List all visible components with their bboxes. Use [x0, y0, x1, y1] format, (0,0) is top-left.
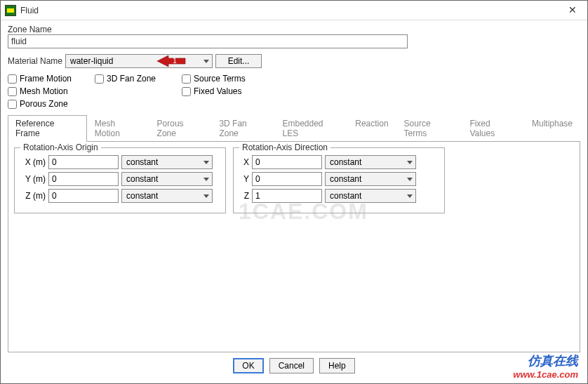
- button-bar: OK Cancel Help: [8, 352, 580, 380]
- porous-zone-checkbox[interactable]: Porous Zone: [8, 99, 92, 109]
- origin-y-input[interactable]: [48, 172, 119, 186]
- chevron-down-icon: [203, 178, 209, 181]
- origin-z-input[interactable]: [48, 189, 119, 203]
- edit-material-button[interactable]: Edit...: [215, 54, 262, 68]
- direction-y-mode[interactable]: constant: [325, 172, 416, 186]
- origin-legend: Rotation-Axis Origin: [20, 143, 101, 152]
- tab-fixed-values[interactable]: Fixed Values: [462, 115, 524, 142]
- tab-porous-zone[interactable]: Porous Zone: [149, 115, 212, 142]
- origin-x-input[interactable]: [48, 155, 119, 169]
- zone-name-label: Zone Name: [8, 25, 580, 34]
- ok-button[interactable]: OK: [233, 358, 263, 373]
- svg-text:1: 1: [173, 57, 177, 65]
- tab-strip: Reference Frame Mesh Motion Porous Zone …: [8, 114, 580, 142]
- client-area: Zone Name Material Name water-liquid 1 E…: [1, 20, 587, 383]
- material-dropdown[interactable]: water-liquid 1: [65, 54, 213, 68]
- origin-y-label: Y (m): [22, 174, 46, 184]
- annotation-marker: 1: [157, 54, 188, 68]
- origin-z-mode[interactable]: constant: [121, 189, 213, 203]
- chevron-down-icon: [407, 194, 413, 198]
- tab-3d-fan-zone[interactable]: 3D Fan Zone: [211, 115, 274, 142]
- origin-x-label: X (m): [22, 157, 46, 167]
- direction-z-mode[interactable]: constant: [325, 189, 416, 203]
- mesh-motion-checkbox[interactable]: Mesh Motion: [8, 86, 92, 96]
- tab-reference-frame[interactable]: Reference Frame: [8, 115, 87, 142]
- tab-multiphase[interactable]: Multiphase: [524, 115, 580, 142]
- origin-y-mode[interactable]: constant: [121, 172, 213, 186]
- app-icon: [5, 5, 16, 16]
- chevron-down-icon: [203, 161, 209, 164]
- source-terms-checkbox[interactable]: Source Terms: [182, 74, 280, 84]
- chevron-down-icon: [203, 60, 209, 63]
- fixed-values-checkbox[interactable]: Fixed Values: [182, 86, 280, 96]
- frame-motion-checkbox[interactable]: Frame Motion: [8, 74, 92, 84]
- direction-legend: Rotation-Axis Direction: [239, 143, 330, 152]
- fan-zone-checkbox[interactable]: 3D Fan Zone: [95, 74, 179, 84]
- tab-embedded-les[interactable]: Embedded LES: [275, 115, 348, 142]
- help-button[interactable]: Help: [319, 358, 355, 373]
- tab-source-terms[interactable]: Source Terms: [396, 115, 462, 142]
- titlebar: Fluid ✕: [1, 1, 587, 20]
- direction-z-input[interactable]: [252, 189, 322, 203]
- chevron-down-icon: [407, 178, 413, 181]
- tab-mesh-motion[interactable]: Mesh Motion: [87, 115, 149, 142]
- rotation-origin-group: Rotation-Axis Origin X (m) constant Y (m…: [14, 147, 226, 213]
- cancel-button[interactable]: Cancel: [269, 358, 314, 373]
- chevron-down-icon: [203, 194, 209, 198]
- zone-name-input[interactable]: [8, 34, 408, 48]
- tab-reaction[interactable]: Reaction: [347, 115, 396, 142]
- direction-x-mode[interactable]: constant: [325, 155, 416, 169]
- material-value: water-liquid: [70, 56, 113, 66]
- rotation-direction-group: Rotation-Axis Direction X constant Y con…: [233, 147, 445, 213]
- direction-z-label: Z: [241, 191, 249, 201]
- fluid-dialog: Fluid ✕ Zone Name Material Name water-li…: [0, 0, 588, 384]
- direction-x-label: X: [241, 157, 249, 167]
- material-label: Material Name: [8, 56, 62, 66]
- origin-x-mode[interactable]: constant: [121, 155, 213, 169]
- material-row: Material Name water-liquid 1 Edit...: [8, 54, 580, 68]
- close-button[interactable]: ✕: [562, 3, 583, 18]
- tab-content: Rotation-Axis Origin X (m) constant Y (m…: [8, 142, 580, 352]
- origin-z-label: Z (m): [22, 191, 46, 201]
- svg-marker-0: [157, 55, 185, 67]
- direction-y-input[interactable]: [252, 172, 322, 186]
- direction-y-label: Y: [241, 174, 249, 184]
- chevron-down-icon: [407, 161, 413, 164]
- window-title: Fluid: [20, 6, 562, 15]
- direction-x-input[interactable]: [252, 155, 322, 169]
- options-grid: Frame Motion 3D Fan Zone Source Terms Me…: [8, 74, 580, 109]
